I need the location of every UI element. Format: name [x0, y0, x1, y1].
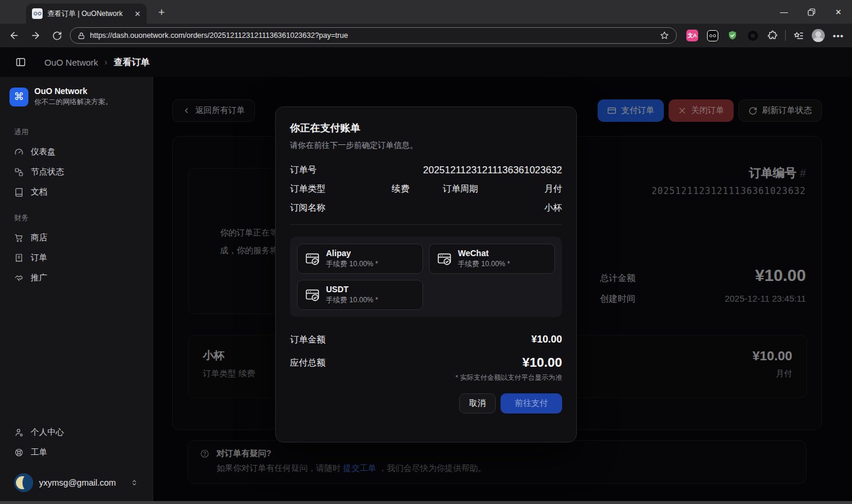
chevrons-up-down-icon — [130, 479, 138, 487]
payment-method-usdt[interactable]: USDT 手续费 10.00% * — [297, 280, 423, 310]
sidebar-item-profile[interactable]: 个人中心 — [9, 422, 143, 442]
tab-title: 查看订单 | OuONetwork — [47, 9, 130, 19]
sidebar-label-profile: 个人中心 — [31, 427, 64, 438]
user-menu[interactable]: yxymsg@gmail.com — [9, 469, 143, 497]
sidebar-item-shop[interactable]: 商店 — [9, 228, 143, 248]
order-cycle-label: 订单周期 — [443, 183, 478, 195]
toolbar-divider — [785, 30, 786, 41]
sidebar-label-docs: 文档 — [31, 187, 47, 198]
window-minimize-button[interactable]: — — [770, 0, 798, 24]
payable-total-value: ¥10.00 — [522, 355, 562, 370]
browser-menu-icon[interactable]: ••• — [828, 25, 848, 46]
payment-method-wechat[interactable]: WeChat 手续费 10.00% * — [429, 244, 555, 274]
sidebar-brand[interactable]: ⌘ OuO Network 你不二的网络解决方案。 — [9, 86, 143, 107]
favorites-hub-icon[interactable] — [788, 25, 808, 46]
lock-icon — [78, 32, 85, 40]
dialog-subtitle: 请你在前往下一步前确定订单信息。 — [290, 140, 562, 151]
cancel-button[interactable]: 取消 — [459, 393, 496, 413]
workflow-icon — [14, 167, 24, 177]
window-bottom-edge — [0, 501, 852, 504]
receipt-icon — [14, 253, 24, 263]
payable-total-label: 应付总额 — [290, 357, 325, 369]
app-window: OuO Network › 查看订单 ⌘ OuO Network 你不二的网络解… — [0, 47, 852, 504]
order-amount-value: ¥10.00 — [531, 334, 562, 345]
payment-note: * 实际支付金额以支付平台显示为准 — [290, 373, 562, 382]
sidebar-item-referral[interactable]: 推广 — [9, 268, 143, 288]
sidebar-label-orders: 订单 — [31, 253, 47, 263]
ouo-extension-icon[interactable] — [702, 25, 722, 46]
payment-method-name: Alipay — [326, 248, 378, 258]
sidebar-label-dashboard: 仪表盘 — [31, 147, 56, 157]
go-to-pay-button[interactable]: 前往支付 — [501, 393, 562, 413]
order-no-value: 20251211231211136361023632 — [423, 164, 562, 176]
subscription-label: 订阅名称 — [290, 202, 325, 214]
payment-dialog: 你正在支付账单 请你在前往下一步前确定订单信息。 订单号 20251211231… — [275, 106, 577, 442]
window-close-button[interactable]: ✕ — [825, 0, 852, 24]
sidebar-item-docs[interactable]: 文档 — [9, 182, 143, 202]
address-bar[interactable]: https://dash.ouonetwork.com/orders/20251… — [70, 27, 677, 44]
brand-name: OuO Network — [34, 86, 112, 96]
browser-reload-button[interactable] — [46, 26, 67, 45]
sidebar-item-orders[interactable]: 订单 — [9, 248, 143, 268]
payment-terminal-icon — [437, 251, 452, 267]
order-type-label: 订单类型 — [290, 183, 325, 195]
order-cycle-value: 月付 — [544, 183, 562, 195]
window-restore-button[interactable] — [798, 0, 825, 24]
sidebar-section-general: 通用 — [14, 127, 138, 137]
sidebar-item-nodes[interactable]: 节点状态 — [9, 162, 143, 182]
gauge-icon — [14, 147, 24, 157]
book-icon — [14, 188, 24, 197]
payment-method-alipay[interactable]: Alipay 手续费 10.00% * — [297, 244, 423, 274]
sidebar: ⌘ OuO Network 你不二的网络解决方案。 通用 仪表盘 节点状态 文档… — [0, 77, 153, 504]
breadcrumb-brand[interactable]: OuO Network — [44, 57, 98, 67]
payment-terminal-icon — [305, 251, 320, 267]
breadcrumb: OuO Network › 查看订单 — [44, 47, 150, 77]
cart-icon — [14, 233, 24, 243]
translate-extension-icon[interactable]: 文A — [682, 25, 702, 46]
order-amount-label: 订单金额 — [290, 334, 325, 345]
brand-tagline: 你不二的网络解决方案。 — [34, 97, 112, 107]
page-title: 查看订单 — [114, 57, 150, 68]
adguard-shield-icon[interactable] — [722, 25, 743, 46]
browser-titlebar: 查看订单 | OuONetwork ✕ + — ✕ — [0, 0, 852, 24]
dialog-divider — [290, 224, 562, 225]
browser-tab[interactable]: 查看订单 | OuONetwork ✕ — [26, 4, 147, 24]
payment-method-fee: 手续费 10.00% * — [458, 259, 510, 269]
breadcrumb-separator: › — [105, 57, 108, 67]
order-type-value: 续费 — [392, 183, 409, 195]
sidebar-item-tickets[interactable]: 工单 — [9, 442, 143, 463]
order-no-label: 订单号 — [290, 164, 317, 176]
payment-method-name: USDT — [326, 285, 378, 294]
extensions-puzzle-icon[interactable] — [763, 25, 783, 46]
url-text: https://dash.ouonetwork.com/orders/20251… — [90, 31, 655, 40]
sidebar-section-finance: 财务 — [14, 213, 138, 223]
tab-close-icon[interactable]: ✕ — [134, 9, 141, 18]
payment-methods: Alipay 手续费 10.00% * WeChat 手续费 10.00% * … — [290, 237, 562, 317]
browser-profile-avatar[interactable] — [808, 25, 828, 46]
brand-logo-icon: ⌘ — [9, 88, 28, 106]
lifebuoy-icon — [14, 448, 24, 457]
sidebar-label-shop: 商店 — [31, 232, 47, 243]
sidebar-toggle-button[interactable] — [11, 53, 30, 72]
site-favicon-icon — [32, 8, 43, 19]
payment-terminal-icon — [305, 287, 320, 303]
app-header: OuO Network › 查看订单 — [0, 47, 852, 77]
payment-method-fee: 手续费 10.00% * — [326, 295, 378, 305]
handshake-icon — [14, 273, 24, 283]
payment-method-name: WeChat — [458, 248, 510, 258]
user-icon — [14, 428, 24, 437]
sidebar-label-tickets: 工单 — [31, 447, 47, 458]
sidebar-item-dashboard[interactable]: 仪表盘 — [9, 142, 143, 162]
user-avatar — [14, 473, 33, 492]
user-email: yxymsg@gmail.com — [39, 478, 124, 487]
dark-circle-extension-icon[interactable] — [743, 25, 763, 46]
dialog-title: 你正在支付账单 — [290, 121, 562, 135]
sidebar-label-nodes: 节点状态 — [31, 167, 64, 177]
bookmark-star-icon[interactable] — [660, 31, 669, 40]
payment-method-fee: 手续费 10.00% * — [326, 259, 378, 269]
browser-forward-button[interactable] — [25, 26, 46, 45]
subscription-value: 小杯 — [544, 202, 562, 214]
new-tab-button[interactable]: + — [154, 5, 169, 20]
sidebar-label-referral: 推广 — [31, 273, 47, 283]
browser-back-button[interactable] — [4, 26, 25, 45]
